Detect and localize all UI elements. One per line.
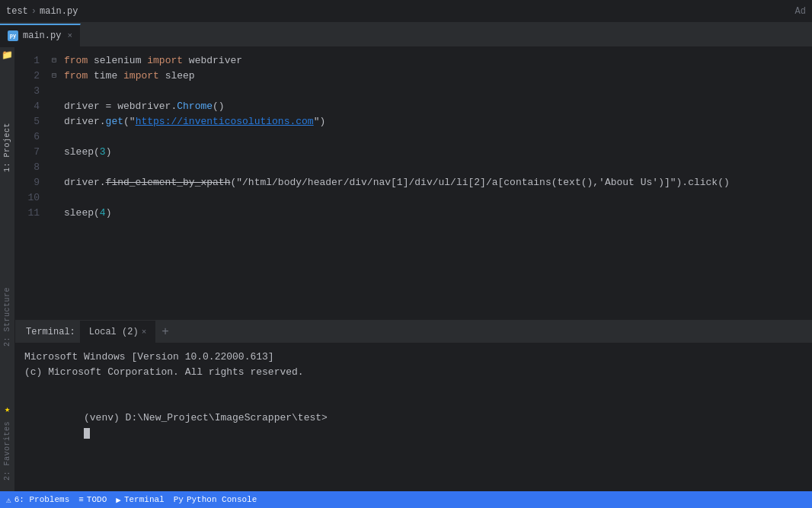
code-line-7: sleep( 3 ): [52, 145, 812, 160]
code-line-3: [52, 84, 812, 99]
code-lines[interactable]: ⊟ from selenium import webdriver ⊟ from …: [46, 47, 812, 320]
line-num-3: 3: [15, 84, 40, 99]
todo-status[interactable]: ≡ TODO: [78, 495, 107, 504]
main-area: 📁 1: Project 2: Structure ★ 2: Favorites…: [0, 47, 812, 491]
code-editor: 1 2 3 4 5 6 7 8 9 10 11 ⊟ from selenium: [15, 47, 812, 320]
code-line-10: [52, 190, 812, 206]
terminal-icon: ▶: [116, 495, 121, 505]
terminal-line-3: [24, 380, 803, 395]
left-sidebar: 📁 1: Project 2: Structure ★ 2: Favorites: [0, 47, 15, 491]
code-line-4: driver = webdriver. Chrome (): [52, 99, 812, 114]
warning-icon: ⚠: [6, 495, 11, 505]
status-left: ⚠ 6: Problems ≡ TODO ▶ Terminal Py Pytho…: [6, 495, 257, 505]
ad-area: Ad: [795, 6, 806, 17]
url-link[interactable]: https://inventicosolutions.com: [136, 114, 314, 129]
list-icon: ≡: [78, 495, 84, 504]
line-num-8: 8: [15, 160, 40, 175]
deprecated-method: find_element_by_xpath: [106, 175, 231, 190]
title-bar: test › main.py Ad: [0, 0, 812, 23]
line-num-6: 6: [15, 129, 40, 145]
terminal-prompt-line: (venv) D:\New_Project\ImageScrapper\test…: [24, 395, 803, 456]
terminal-status[interactable]: ▶ Terminal: [116, 495, 164, 505]
terminal-line-1: Microsoft Windows [Version 10.0.22000.61…: [24, 350, 803, 365]
line-num-9: 9: [15, 175, 40, 190]
line-num-7: 7: [15, 145, 40, 160]
terminal-tab-bar: Terminal: Local (2) × +: [15, 321, 812, 343]
tab-bar: py main.py ×: [0, 23, 812, 47]
favorites-icon[interactable]: ★: [0, 401, 15, 417]
line-num-2: 2: [15, 69, 40, 84]
line-num-11: 11: [15, 206, 40, 221]
tab-label: main.py: [23, 30, 61, 41]
folder-icon[interactable]: 📁: [0, 47, 15, 62]
python-console-text: Python Console: [187, 495, 257, 504]
code-line-11: sleep( 4 ): [52, 206, 812, 221]
python-console-status[interactable]: Py Python Console: [174, 495, 257, 504]
sidebar-label-project[interactable]: 1: Project: [3, 118, 11, 177]
add-terminal-button[interactable]: +: [155, 325, 175, 339]
line-num-5: 5: [15, 114, 40, 129]
terminal-cursor: [84, 428, 90, 439]
status-bar: ⚠ 6: Problems ≡ TODO ▶ Terminal Py Pytho…: [0, 491, 812, 508]
local-tab-close[interactable]: ×: [142, 327, 147, 337]
line-num-10: 10: [15, 190, 40, 206]
breadcrumb-test[interactable]: test: [6, 6, 28, 17]
breadcrumb-mainpy[interactable]: main.py: [40, 6, 78, 17]
line-numbers: 1 2 3 4 5 6 7 8 9 10 11: [15, 47, 46, 320]
sidebar-label-structure[interactable]: 2: Structure: [3, 283, 11, 351]
kw-from-2: from: [64, 69, 88, 84]
problems-text: 6: Problems: [14, 495, 70, 504]
fold-arrow-1[interactable]: ⊟: [52, 53, 64, 69]
kw-from-1: from: [64, 53, 88, 69]
tab-local-2[interactable]: Local (2) ×: [80, 321, 155, 343]
code-line-9: driver. find_element_by_xpath ("/html/bo…: [52, 175, 812, 190]
breadcrumb: test › main.py: [6, 6, 78, 17]
code-line-5: driver. get (" https://inventicosolution…: [52, 114, 812, 129]
sidebar-label-favorites[interactable]: 2: Favorites: [3, 417, 11, 485]
kw-import-2: import: [123, 69, 159, 84]
local-tab-label: Local (2): [89, 327, 139, 337]
tab-mainpy[interactable]: py main.py ×: [0, 24, 81, 46]
code-line-1: ⊟ from selenium import webdriver: [52, 53, 812, 69]
terminal-label-status: Terminal: [124, 495, 165, 504]
code-line-8: [52, 160, 812, 175]
terminal-output: Microsoft Windows [Version 10.0.22000.61…: [15, 343, 812, 491]
line-num-1: 1: [15, 53, 40, 69]
python-icon: Py: [174, 495, 184, 504]
terminal-label: Terminal:: [21, 321, 80, 343]
terminal-line-2: (c) Microsoft Corporation. All rights re…: [24, 365, 803, 380]
line-num-4: 4: [15, 99, 40, 114]
code-line-2: ⊟ from time import sleep: [52, 69, 812, 84]
todo-text: TODO: [87, 495, 107, 504]
kw-import-1: import: [147, 53, 183, 69]
bottom-panel: Terminal: Local (2) × + Microsoft Window…: [15, 320, 812, 491]
fold-arrow-2[interactable]: ⊟: [52, 69, 64, 84]
tab-close-button[interactable]: ×: [67, 31, 72, 40]
problems-status[interactable]: ⚠ 6: Problems: [6, 495, 69, 505]
terminal-prompt: (venv) D:\New_Project\ImageScrapper\test…: [84, 412, 328, 423]
code-line-6: [52, 129, 812, 145]
python-file-icon: py: [8, 30, 18, 41]
breadcrumb-sep: ›: [31, 6, 37, 17]
